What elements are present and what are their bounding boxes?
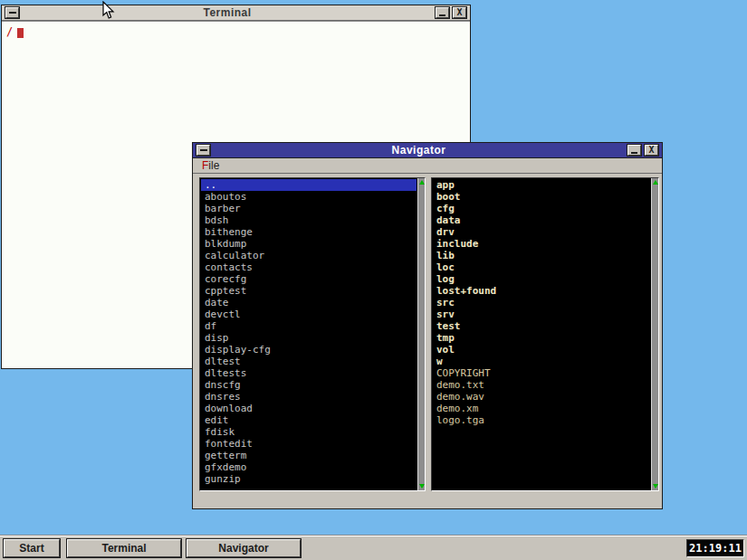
- navigator-body: ..aboutosbarberbdshbithengeblkdumpcalcul…: [193, 174, 662, 508]
- terminal-minimize-button[interactable]: [436, 7, 449, 18]
- left-file-pane: ..aboutosbarberbdshbithengeblkdumpcalcul…: [199, 177, 426, 491]
- minimize-icon: [631, 152, 637, 154]
- file-item[interactable]: corecfg: [201, 273, 417, 285]
- taskbar-clock: 21:19:11: [686, 539, 744, 557]
- scroll-up-icon[interactable]: [653, 180, 658, 185]
- file-item[interactable]: fdisk: [201, 426, 417, 438]
- system-menu-icon: [9, 12, 16, 14]
- left-pane-list: ..aboutosbarberbdshbithengeblkdumpcalcul…: [201, 179, 417, 489]
- file-item[interactable]: blkdump: [201, 238, 417, 250]
- close-icon: X: [456, 8, 462, 17]
- file-item[interactable]: aboutos: [201, 191, 417, 203]
- dir-item[interactable]: test: [433, 320, 650, 332]
- file-item[interactable]: date: [201, 297, 417, 308]
- terminal-cursor: [17, 28, 24, 38]
- dir-item[interactable]: vol: [433, 344, 650, 356]
- file-item[interactable]: df: [201, 320, 417, 332]
- taskbar-button-terminal[interactable]: Terminal: [67, 539, 181, 557]
- file-item[interactable]: COPYRIGHT: [433, 367, 650, 379]
- dir-item[interactable]: log: [433, 273, 650, 285]
- terminal-system-menu-button[interactable]: [5, 7, 19, 18]
- dir-item[interactable]: lib: [433, 250, 650, 261]
- file-item[interactable]: dltests: [201, 367, 417, 379]
- dir-item[interactable]: cfg: [433, 203, 650, 214]
- scroll-down-icon[interactable]: [419, 484, 425, 489]
- taskbar: Start TerminalNavigator 21:19:11: [0, 535, 747, 560]
- file-item[interactable]: calculator: [201, 250, 417, 261]
- close-icon: X: [648, 146, 654, 155]
- navigator-system-menu-button[interactable]: [196, 145, 210, 156]
- dir-item[interactable]: drv: [433, 226, 650, 238]
- navigator-menubar: File: [193, 158, 662, 174]
- file-item[interactable]: dnscfg: [201, 379, 417, 391]
- dir-item[interactable]: loc: [433, 261, 650, 273]
- navigator-window: Navigator X File ..aboutosbarberbdshbith…: [192, 142, 663, 509]
- file-item[interactable]: gunzip: [201, 473, 417, 485]
- system-menu-icon: [200, 149, 207, 151]
- file-item[interactable]: download: [201, 403, 417, 414]
- file-item[interactable]: disp: [201, 332, 417, 344]
- navigator-title: Navigator: [212, 144, 626, 157]
- dir-item[interactable]: src: [433, 297, 650, 308]
- terminal-titlebar[interactable]: Terminal X: [2, 5, 470, 21]
- file-item[interactable]: bithenge: [201, 226, 417, 238]
- right-pane-list: appbootcfgdatadrvincludeliblocloglost+fo…: [433, 179, 650, 489]
- navigator-titlebar[interactable]: Navigator X: [193, 143, 662, 158]
- menu-file[interactable]: File: [199, 159, 222, 172]
- scroll-down-icon[interactable]: [653, 484, 658, 489]
- taskbar-button-navigator[interactable]: Navigator: [187, 539, 301, 557]
- right-pane-scrollbar[interactable]: [651, 178, 658, 490]
- dir-item[interactable]: app: [433, 179, 650, 191]
- scroll-up-icon[interactable]: [419, 180, 425, 185]
- file-item[interactable]: dltest: [201, 356, 417, 367]
- file-item[interactable]: devctl: [201, 308, 417, 320]
- right-file-pane: appbootcfgdatadrvincludeliblocloglost+fo…: [431, 177, 659, 491]
- terminal-title: Terminal: [21, 6, 434, 19]
- file-item[interactable]: demo.wav: [433, 391, 650, 403]
- file-item[interactable]: demo.xm: [433, 403, 650, 414]
- navigator-close-button[interactable]: X: [645, 145, 658, 156]
- navigator-minimize-button[interactable]: [627, 145, 641, 156]
- file-item[interactable]: contacts: [201, 261, 417, 273]
- file-item[interactable]: ..: [201, 179, 417, 191]
- dir-item[interactable]: lost+found: [433, 285, 650, 297]
- file-item[interactable]: cpptest: [201, 285, 417, 297]
- file-item[interactable]: display-cfg: [201, 344, 417, 356]
- start-button[interactable]: Start: [4, 539, 60, 557]
- menu-file-rest: ile: [208, 159, 219, 172]
- file-item[interactable]: logo.tga: [433, 414, 650, 426]
- dir-item[interactable]: srv: [433, 308, 650, 320]
- terminal-close-button[interactable]: X: [453, 7, 466, 18]
- file-item[interactable]: barber: [201, 203, 417, 214]
- file-item[interactable]: dnsres: [201, 391, 417, 403]
- file-item[interactable]: fontedit: [201, 438, 417, 450]
- file-item[interactable]: gfxdemo: [201, 461, 417, 473]
- dir-item[interactable]: boot: [433, 191, 650, 203]
- dir-item[interactable]: include: [433, 238, 650, 250]
- left-pane-scrollbar[interactable]: [417, 178, 425, 490]
- dir-item[interactable]: w: [433, 356, 650, 367]
- file-item[interactable]: getterm: [201, 450, 417, 461]
- terminal-prompt: /: [6, 25, 13, 38]
- file-item[interactable]: demo.txt: [433, 379, 650, 391]
- file-item[interactable]: bdsh: [201, 214, 417, 226]
- dir-item[interactable]: tmp: [433, 332, 650, 344]
- taskbar-window-buttons: TerminalNavigator: [67, 536, 306, 557]
- dir-item[interactable]: data: [433, 214, 650, 226]
- file-item[interactable]: edit: [201, 414, 417, 426]
- minimize-icon: [439, 14, 445, 16]
